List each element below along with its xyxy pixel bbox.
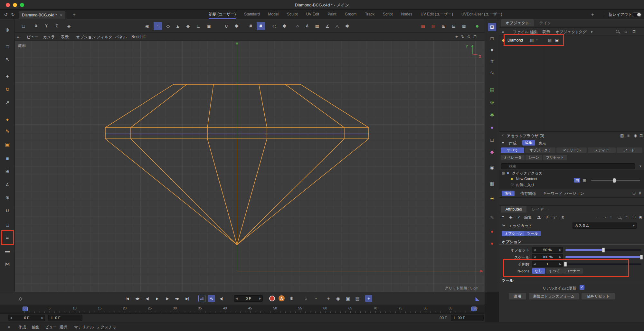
viewport-menu-redshift[interactable]: Redshift <box>131 34 146 39</box>
ring-selection-button[interactable]: ◎ <box>270 22 279 30</box>
annotation-button[interactable]: A <box>303 22 311 30</box>
symmetry-generator-icon[interactable]: ⊛ <box>488 98 496 107</box>
om-home-icon[interactable]: ⌂ <box>624 29 627 34</box>
mirror-tool[interactable]: ⋈ <box>3 260 12 268</box>
deformer-icon[interactable]: ◆ <box>488 148 496 156</box>
zoom-view-icon[interactable]: ⊕ <box>466 34 472 40</box>
tree-item-favorites[interactable]: お気に入り <box>516 183 535 187</box>
om-filter-icon[interactable]: ⊡ <box>632 29 636 34</box>
new-transform-button[interactable]: 新規にトランスフォーム <box>529 293 579 299</box>
polygon-pen-tool[interactable]: ▣ <box>3 140 12 149</box>
attr-forward-icon[interactable]: → <box>603 215 607 219</box>
layout-tab-sculpt[interactable]: Sculpt <box>287 10 298 19</box>
object-row[interactable]: ◆ Diamond ▥ ∷ ▨ ▣ <box>499 36 644 44</box>
volume-builder-icon[interactable]: ● <box>488 123 496 131</box>
current-frame-spinner[interactable]: ◀ 0 F ▶ <box>234 295 263 302</box>
layout-tab-track[interactable]: Track <box>365 10 374 19</box>
ab-gridview-icon[interactable]: ⊞ <box>583 178 586 183</box>
texture-mode-button[interactable]: ▣ <box>205 22 213 30</box>
filter-media[interactable]: メディア <box>588 147 616 153</box>
move-tool[interactable]: + <box>3 72 12 80</box>
record-keyframe-button[interactable] <box>269 296 275 301</box>
subdivisions-slider[interactable] <box>565 263 641 265</box>
layout-tab-groom[interactable]: Groom <box>345 10 357 19</box>
globe-icon[interactable]: ◉ <box>488 163 496 172</box>
add-layout-button[interactable]: + <box>591 12 594 17</box>
scale-slider-handle[interactable] <box>640 255 643 260</box>
plane-icon[interactable]: □ <box>488 34 496 43</box>
goto-end-button[interactable]: ▶| <box>183 294 191 303</box>
add-marker-button[interactable]: ◇ <box>16 294 25 303</box>
workplane-button[interactable]: ∟ <box>194 22 203 30</box>
interactive-render-button[interactable]: ⊞ <box>440 22 448 30</box>
viewport-menu-icon[interactable]: ≡ <box>17 34 19 39</box>
om-menu-view[interactable]: 表示 <box>542 29 550 35</box>
snap-settings-button[interactable]: ✱ <box>232 22 241 30</box>
filter-nodes[interactable]: ノード <box>617 147 642 153</box>
om-menu-icon[interactable]: ≡ <box>502 29 504 34</box>
key-parameter-toggle[interactable]: ▤ <box>353 294 362 303</box>
bottom-menu-texture[interactable]: テクスチャ <box>97 325 116 330</box>
tab-layers[interactable]: レイヤー <box>527 206 552 213</box>
polygons-mode-button[interactable]: ▲ <box>174 22 182 30</box>
cube-icon[interactable]: ■ <box>488 45 496 54</box>
object-state-dots-icon[interactable]: ∷ <box>536 38 538 43</box>
line-cut-tool[interactable]: ≡ <box>3 233 12 241</box>
prev-key-button[interactable]: ◀● <box>133 294 141 303</box>
attr-popout-icon[interactable]: ◉ <box>639 215 642 219</box>
tree-expander-icon[interactable]: ⊟ <box>502 171 505 175</box>
viewport-menu-filter[interactable]: フィルタ <box>97 34 112 40</box>
attr-menu-edit[interactable]: 編集 <box>524 215 532 220</box>
points-mode-button[interactable]: ∴ <box>154 22 162 30</box>
offset-up-icon[interactable]: ▶ <box>558 248 563 251</box>
key-position-toggle[interactable]: + <box>324 294 333 303</box>
magnet-tool[interactable]: ∪ <box>3 206 12 215</box>
viewport-menu-panel[interactable]: パネル <box>115 34 127 40</box>
key-selection-button[interactable]: ○ <box>302 294 310 303</box>
sound-scrub-button[interactable]: ∿ <box>208 295 215 302</box>
edges-mode-button[interactable]: ◇ <box>164 22 172 30</box>
object-name[interactable]: Diamond <box>507 38 523 43</box>
layout-tab-model[interactable]: Model <box>268 10 279 19</box>
ab-tab-dependencies[interactable]: 依存関係 <box>520 191 536 196</box>
camera-icon[interactable]: ▦ <box>488 179 496 188</box>
wire-cube-icon[interactable]: □ <box>488 136 496 144</box>
key-time-button[interactable]: ◔ <box>311 294 320 303</box>
attr-menu-userdata[interactable]: ユーザーデータ <box>537 215 564 220</box>
render-to-pv-button[interactable]: ⊠ <box>460 22 468 30</box>
ab-close-icon[interactable]: × <box>502 133 504 138</box>
render-settings-button[interactable]: ▨ <box>429 22 438 30</box>
filter-presets[interactable]: プリセット <box>543 155 567 160</box>
object-layer-icon[interactable]: ▥ <box>530 38 534 43</box>
scale-down-icon[interactable]: ◀ <box>532 255 537 259</box>
snap-magnet-button[interactable]: ∪ <box>222 22 231 30</box>
tool-settings-button[interactable]: ✱ <box>343 22 351 30</box>
volume-button[interactable]: ○ <box>293 22 302 30</box>
material-ball-icon[interactable]: ● <box>488 227 496 235</box>
extrude-tool[interactable]: ⊞ <box>3 167 12 175</box>
ab-target-icon[interactable]: ◉ <box>634 133 637 138</box>
redo-icon[interactable]: ↻ <box>10 11 16 18</box>
om-search-icon[interactable] <box>616 30 619 33</box>
point-pen-tool[interactable]: ● <box>3 115 12 123</box>
prev-frame-button[interactable]: ◀| <box>143 294 151 303</box>
preset-dropdown[interactable]: カスタム ▾ <box>573 222 637 229</box>
tree-item-quick-access[interactable]: クイックアクセス <box>512 171 542 176</box>
bottom-menu-view[interactable]: ビュー <box>45 325 57 330</box>
scale-value[interactable]: 100 % <box>537 255 558 259</box>
orbit-view-icon[interactable]: ↻ <box>460 34 466 40</box>
ab-menu-edit[interactable]: 編集 <box>522 140 535 146</box>
start-frame-up-icon[interactable]: ▶ <box>40 316 45 319</box>
primitive-cube-tool[interactable]: ■ <box>3 154 12 162</box>
ab-thumb-icon[interactable]: ▥ <box>620 133 624 138</box>
asset-search-input[interactable] <box>501 163 635 169</box>
thumbnail-size-slider[interactable] <box>591 180 640 181</box>
add-document-tab-button[interactable]: + <box>73 12 76 17</box>
subdivision-generator-icon[interactable]: ✱ <box>488 111 496 119</box>
ngons-none-button[interactable]: なし <box>532 268 545 274</box>
start-frame-down-icon[interactable]: ◀ <box>9 316 13 319</box>
attr-lock-icon[interactable]: ⊡ <box>632 215 636 219</box>
bottom-menu-material[interactable]: マテリアル <box>74 325 94 330</box>
tab-object-manager[interactable]: オブジェクト <box>501 19 534 26</box>
end-frame-field[interactable]: ‖ 90 F <box>451 315 484 321</box>
